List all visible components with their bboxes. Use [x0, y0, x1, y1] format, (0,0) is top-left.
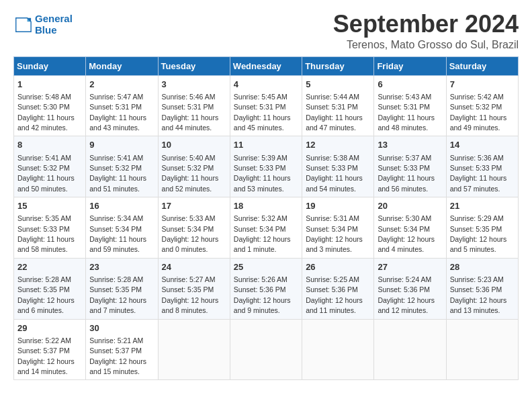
day-sunrise: Sunrise: 5:40 AM: [162, 154, 216, 162]
day-sunset: Sunset: 5:32 PM: [162, 164, 214, 172]
calendar-cell: 30 Sunrise: 5:21 AM Sunset: 5:37 PM Dayl…: [86, 319, 158, 380]
day-daylight: Daylight: 11 hours and 50 minutes.: [17, 174, 75, 192]
week-row-1: 1 Sunrise: 5:48 AM Sunset: 5:30 PM Dayli…: [14, 75, 519, 136]
calendar-table: SundayMondayTuesdayWednesdayThursdayFrid…: [13, 56, 519, 381]
calendar-cell: 20 Sunrise: 5:30 AM Sunset: 5:34 PM Dayl…: [374, 197, 446, 259]
calendar-cell: [374, 319, 446, 380]
day-sunrise: Sunrise: 5:41 AM: [89, 154, 143, 162]
calendar-cell: 10 Sunrise: 5:40 AM Sunset: 5:32 PM Dayl…: [158, 136, 230, 197]
page-header: General Blue September 2024 Terenos, Mat…: [13, 11, 519, 51]
calendar-cell: 17 Sunrise: 5:33 AM Sunset: 5:34 PM Dayl…: [158, 197, 230, 259]
day-number: 13: [378, 139, 442, 151]
day-number: 23: [89, 261, 154, 273]
logo-text: General Blue: [35, 13, 73, 36]
logo-icon: [13, 15, 32, 34]
day-daylight: Daylight: 12 hours and 1 minute.: [234, 235, 291, 253]
day-daylight: Daylight: 12 hours and 14 minutes.: [17, 357, 75, 375]
week-row-5: 29 Sunrise: 5:22 AM Sunset: 5:37 PM Dayl…: [14, 319, 519, 380]
day-number: 27: [378, 261, 442, 273]
day-sunset: Sunset: 5:31 PM: [234, 103, 286, 111]
day-number: 14: [450, 139, 515, 151]
day-daylight: Daylight: 11 hours and 51 minutes.: [89, 174, 146, 192]
weekday-header-monday: Monday: [86, 56, 158, 75]
day-number: 2: [89, 79, 154, 91]
day-daylight: Daylight: 11 hours and 59 minutes.: [89, 235, 146, 253]
day-sunrise: Sunrise: 5:35 AM: [17, 214, 71, 222]
day-sunrise: Sunrise: 5:39 AM: [234, 154, 287, 162]
day-number: 18: [234, 200, 298, 212]
calendar-cell: 26 Sunrise: 5:25 AM Sunset: 5:36 PM Dayl…: [302, 258, 374, 319]
day-daylight: Daylight: 11 hours and 49 minutes.: [450, 113, 507, 132]
day-number: 15: [17, 200, 82, 212]
calendar-cell: 18 Sunrise: 5:32 AM Sunset: 5:34 PM Dayl…: [230, 197, 302, 259]
day-sunrise: Sunrise: 5:44 AM: [306, 93, 359, 101]
day-number: 1: [17, 79, 82, 91]
day-sunrise: Sunrise: 5:22 AM: [17, 336, 71, 345]
calendar-cell: 15 Sunrise: 5:35 AM Sunset: 5:33 PM Dayl…: [14, 197, 86, 259]
day-sunset: Sunset: 5:31 PM: [378, 103, 430, 111]
day-daylight: Daylight: 12 hours and 8 minutes.: [162, 296, 219, 314]
day-number: 9: [89, 139, 154, 151]
day-sunset: Sunset: 5:33 PM: [17, 225, 70, 233]
day-sunrise: Sunrise: 5:24 AM: [378, 275, 431, 283]
day-sunset: Sunset: 5:37 PM: [17, 347, 70, 355]
day-sunset: Sunset: 5:33 PM: [378, 164, 430, 172]
day-sunset: Sunset: 5:35 PM: [17, 285, 70, 293]
day-sunrise: Sunrise: 5:30 AM: [378, 214, 431, 222]
day-daylight: Daylight: 12 hours and 7 minutes.: [89, 296, 146, 314]
calendar-cell: 13 Sunrise: 5:37 AM Sunset: 5:33 PM Dayl…: [374, 136, 446, 197]
day-daylight: Daylight: 12 hours and 5 minutes.: [450, 235, 507, 253]
logo: General Blue: [13, 13, 73, 36]
day-daylight: Daylight: 11 hours and 57 minutes.: [450, 174, 507, 192]
day-daylight: Daylight: 11 hours and 52 minutes.: [162, 174, 219, 192]
day-daylight: Daylight: 11 hours and 58 minutes.: [17, 235, 75, 253]
day-sunrise: Sunrise: 5:28 AM: [17, 275, 71, 283]
day-daylight: Daylight: 11 hours and 47 minutes.: [306, 113, 363, 132]
calendar-cell: 4 Sunrise: 5:45 AM Sunset: 5:31 PM Dayli…: [230, 75, 302, 136]
day-daylight: Daylight: 11 hours and 54 minutes.: [306, 174, 363, 192]
calendar-cell: 8 Sunrise: 5:41 AM Sunset: 5:32 PM Dayli…: [14, 136, 86, 197]
day-sunset: Sunset: 5:32 PM: [450, 103, 502, 111]
day-daylight: Daylight: 11 hours and 42 minutes.: [17, 113, 75, 132]
day-sunset: Sunset: 5:34 PM: [234, 225, 286, 233]
day-sunrise: Sunrise: 5:46 AM: [162, 93, 216, 101]
calendar-cell: [230, 319, 302, 380]
day-daylight: Daylight: 12 hours and 9 minutes.: [234, 296, 291, 314]
calendar-cell: 3 Sunrise: 5:46 AM Sunset: 5:31 PM Dayli…: [158, 75, 230, 136]
day-sunrise: Sunrise: 5:36 AM: [450, 154, 504, 162]
day-sunrise: Sunrise: 5:31 AM: [306, 214, 359, 222]
day-sunset: Sunset: 5:36 PM: [450, 285, 502, 293]
day-sunset: Sunset: 5:34 PM: [162, 225, 214, 233]
day-number: 30: [89, 322, 154, 334]
calendar-cell: 5 Sunrise: 5:44 AM Sunset: 5:31 PM Dayli…: [302, 75, 374, 136]
day-daylight: Daylight: 12 hours and 13 minutes.: [450, 296, 507, 314]
day-sunset: Sunset: 5:30 PM: [17, 103, 70, 111]
day-sunrise: Sunrise: 5:25 AM: [306, 275, 359, 283]
weekday-header-friday: Friday: [374, 56, 446, 75]
day-sunset: Sunset: 5:34 PM: [306, 225, 358, 233]
day-number: 8: [17, 139, 82, 151]
day-sunrise: Sunrise: 5:32 AM: [234, 214, 287, 222]
calendar-cell: 12 Sunrise: 5:38 AM Sunset: 5:33 PM Dayl…: [302, 136, 374, 197]
calendar-cell: 22 Sunrise: 5:28 AM Sunset: 5:35 PM Dayl…: [14, 258, 86, 319]
day-number: 25: [234, 261, 298, 273]
day-daylight: Daylight: 12 hours and 4 minutes.: [378, 235, 435, 253]
day-sunset: Sunset: 5:36 PM: [306, 285, 358, 293]
day-sunset: Sunset: 5:37 PM: [89, 347, 142, 355]
day-sunrise: Sunrise: 5:41 AM: [17, 154, 71, 162]
day-number: 5: [306, 79, 370, 91]
day-daylight: Daylight: 11 hours and 44 minutes.: [162, 113, 219, 132]
calendar-cell: 14 Sunrise: 5:36 AM Sunset: 5:33 PM Dayl…: [446, 136, 518, 197]
day-sunset: Sunset: 5:32 PM: [89, 164, 142, 172]
calendar-cell: 7 Sunrise: 5:42 AM Sunset: 5:32 PM Dayli…: [446, 75, 518, 136]
calendar-cell: [446, 319, 518, 380]
calendar-cell: 9 Sunrise: 5:41 AM Sunset: 5:32 PM Dayli…: [86, 136, 158, 197]
day-number: 4: [234, 79, 298, 91]
weekday-header-saturday: Saturday: [446, 56, 518, 75]
day-number: 3: [162, 79, 226, 91]
week-row-4: 22 Sunrise: 5:28 AM Sunset: 5:35 PM Dayl…: [14, 258, 519, 319]
calendar-cell: 29 Sunrise: 5:22 AM Sunset: 5:37 PM Dayl…: [14, 319, 86, 380]
day-number: 19: [306, 200, 370, 212]
day-number: 17: [162, 200, 226, 212]
calendar-cell: [302, 319, 374, 380]
